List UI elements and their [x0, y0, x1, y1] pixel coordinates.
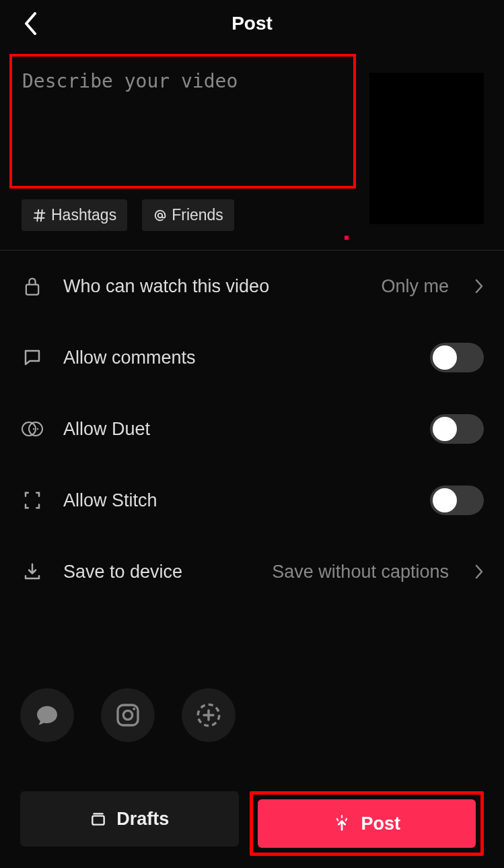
- download-icon: [22, 562, 42, 582]
- duet-label: Allow Duet: [63, 419, 411, 440]
- svg-point-7: [123, 710, 132, 719]
- comments-row: Allow comments: [20, 322, 484, 393]
- share-row: [0, 607, 504, 742]
- privacy-row[interactable]: Who can watch this video Only me: [20, 251, 484, 322]
- indicator-dot: [345, 236, 349, 240]
- svg-point-4: [33, 428, 34, 430]
- hashtags-label: Hashtags: [51, 206, 116, 224]
- save-label: Save to device: [63, 562, 253, 582]
- post-label: Post: [361, 813, 400, 834]
- stitch-icon: [22, 490, 42, 510]
- video-thumbnail[interactable]: [369, 73, 484, 224]
- stitch-toggle[interactable]: [430, 486, 484, 515]
- header: Post: [0, 0, 504, 47]
- friends-chip[interactable]: Friends: [142, 199, 234, 231]
- share-instagram-button[interactable]: [101, 688, 155, 742]
- privacy-value: Only me: [381, 276, 449, 297]
- stitch-label: Allow Stitch: [63, 490, 411, 511]
- svg-rect-1: [26, 285, 38, 295]
- post-highlight: Post: [250, 791, 484, 856]
- bottom-bar: Drafts Post: [20, 791, 484, 856]
- friends-label: Friends: [172, 206, 223, 224]
- save-row[interactable]: Save to device Save without captions: [20, 536, 484, 607]
- post-button[interactable]: Post: [258, 799, 476, 848]
- page-title: Post: [231, 13, 273, 34]
- settings-list: Who can watch this video Only me Allow c…: [0, 251, 504, 607]
- svg-point-8: [133, 708, 135, 710]
- duet-toggle[interactable]: [430, 414, 484, 444]
- drafts-icon: [89, 810, 107, 828]
- chat-bubble-icon: [34, 703, 60, 727]
- chevron-left-icon: [24, 12, 37, 35]
- caption-input[interactable]: [9, 54, 356, 189]
- comments-label: Allow comments: [63, 347, 411, 368]
- svg-point-5: [37, 428, 38, 430]
- save-value: Save without captions: [272, 562, 449, 582]
- svg-rect-10: [93, 816, 104, 825]
- share-add-button[interactable]: [182, 688, 236, 742]
- stitch-row: Allow Stitch: [20, 465, 484, 536]
- at-icon: [153, 208, 168, 223]
- add-circle-dashed-icon: [194, 701, 223, 729]
- drafts-button[interactable]: Drafts: [20, 791, 239, 846]
- comment-icon: [22, 347, 42, 368]
- sparkle-up-icon: [332, 814, 351, 833]
- back-button[interactable]: [20, 13, 40, 34]
- duet-row: Allow Duet: [20, 393, 484, 465]
- comments-toggle[interactable]: [430, 343, 484, 372]
- svg-point-0: [158, 213, 162, 217]
- instagram-icon: [114, 702, 141, 729]
- privacy-label: Who can watch this video: [63, 276, 362, 297]
- drafts-label: Drafts: [116, 809, 169, 830]
- lock-icon: [23, 275, 42, 297]
- caption-area: Hashtags Friends: [0, 47, 504, 231]
- chevron-right-icon: [474, 564, 484, 580]
- chevron-right-icon: [474, 278, 484, 294]
- hashtag-icon: [32, 208, 47, 223]
- hashtags-chip[interactable]: Hashtags: [22, 199, 127, 231]
- share-message-button[interactable]: [20, 688, 74, 742]
- duet-icon: [21, 420, 44, 438]
